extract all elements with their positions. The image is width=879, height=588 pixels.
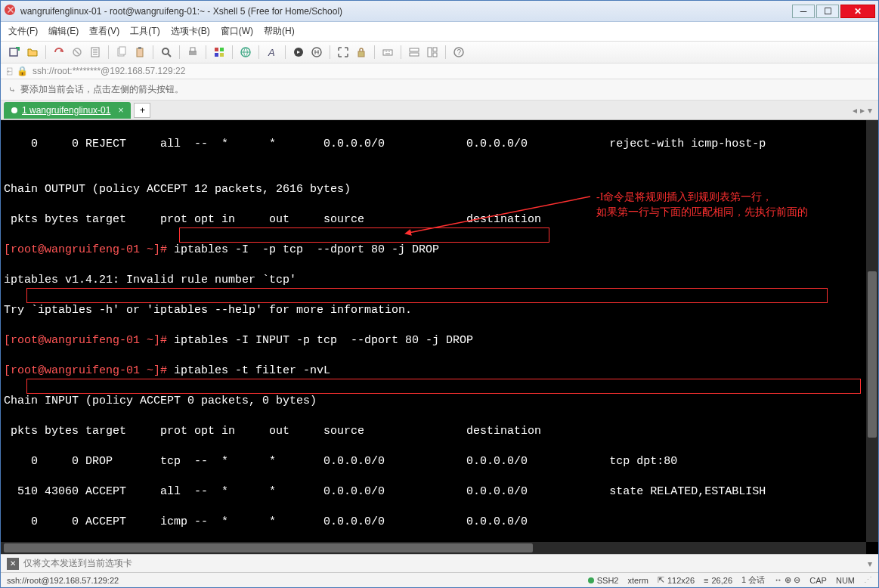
- fullscreen-icon[interactable]: [336, 45, 351, 60]
- term-line: [root@wangruifeng-01 ~]# iptables -I INP…: [4, 333, 875, 348]
- find-icon[interactable]: [159, 45, 174, 60]
- maximize-button[interactable]: ☐: [816, 5, 839, 18]
- menu-tools[interactable]: 工具(T): [130, 25, 159, 38]
- term-line: iptables v1.4.21: Invalid rule number `t…: [4, 273, 875, 288]
- hint-text: 要添加当前会话，点击左侧的箭头按钮。: [20, 83, 184, 96]
- term-line: 0 0 ACCEPT icmp -- * * 0.0.0.0/0 0.0.0.0…: [4, 515, 875, 530]
- statusbar: ssh://root@192.168.57.129:22 SSH2 xterm …: [1, 572, 878, 587]
- tab-list-icon[interactable]: ▾: [868, 105, 872, 116]
- scrollbar-horizontal[interactable]: [1, 542, 866, 554]
- titlebar[interactable]: wangruifenglinux-01 - root@wangruifeng-0…: [1, 1, 878, 22]
- term-line: 0 0 REJECT all -- * * 0.0.0.0/0 0.0.0.0/…: [4, 137, 875, 152]
- highlight-box-rule1: [26, 288, 828, 303]
- status-term: xterm: [627, 576, 648, 585]
- open-icon[interactable]: [25, 45, 40, 60]
- svg-rect-18: [358, 51, 364, 57]
- new-session-icon[interactable]: [7, 45, 22, 60]
- svg-rect-4: [119, 47, 125, 54]
- menu-tab[interactable]: 选项卡(B): [171, 25, 210, 38]
- menu-view[interactable]: 查看(V): [89, 25, 119, 38]
- status-num: NUM: [836, 576, 855, 585]
- tab-label: 1 wangruifenglinux-01: [22, 105, 110, 116]
- hint-arrow-icon[interactable]: ⤷: [8, 85, 16, 95]
- disconnect-icon[interactable]: [70, 45, 85, 60]
- svg-rect-19: [383, 50, 392, 55]
- annotation-line1: -I命令是将规则插入到规则表第一行，: [596, 190, 772, 205]
- svg-rect-11: [220, 48, 224, 51]
- paste-icon[interactable]: [132, 45, 147, 60]
- menu-window[interactable]: 窗口(W): [221, 25, 253, 38]
- print-icon[interactable]: [185, 45, 200, 60]
- tab-status-icon: [11, 107, 17, 113]
- bottombar-text: 仅将文本发送到当前选项卡: [23, 557, 132, 570]
- svg-rect-23: [433, 48, 437, 51]
- copy-icon[interactable]: [114, 45, 129, 60]
- svg-rect-22: [428, 48, 432, 57]
- session-tab[interactable]: 1 wangruifenglinux-01 ×: [4, 102, 131, 119]
- term-line: 0 0 DROP tcp -- * * 0.0.0.0/0 0.0.0.0/0 …: [4, 454, 875, 469]
- svg-point-7: [162, 48, 169, 54]
- bottombar-dropdown-icon[interactable]: ▾: [868, 559, 872, 569]
- svg-rect-20: [410, 48, 419, 51]
- term-line: Chain INPUT (policy ACCEPT 0 packets, 0 …: [4, 394, 875, 409]
- svg-line-27: [409, 197, 590, 233]
- term-line: [root@wangruifeng-01 ~]# iptables -t fil…: [4, 364, 875, 379]
- lock-icon[interactable]: [354, 45, 369, 60]
- address-text[interactable]: ssh://root:********@192.168.57.129:22: [32, 66, 185, 76]
- transfer-icon[interactable]: [309, 45, 324, 60]
- toolbar: A ?: [1, 42, 878, 63]
- bottombar: ✕ 仅将文本发送到当前选项卡 ▾: [1, 554, 878, 572]
- reconnect-icon[interactable]: [51, 45, 67, 60]
- keyboard-icon[interactable]: [380, 45, 395, 60]
- menu-edit[interactable]: 编辑(E): [48, 25, 79, 38]
- svg-rect-6: [138, 47, 141, 49]
- svg-rect-21: [410, 53, 419, 56]
- menu-file[interactable]: 文件(F): [8, 25, 38, 38]
- status-size: 112x26: [667, 576, 695, 585]
- addressbar: ⍇ 🔒 ssh://root:********@192.168.57.129:2…: [1, 63, 878, 79]
- close-panel-icon[interactable]: ✕: [7, 558, 19, 570]
- status-ssh: SSH2: [597, 576, 619, 585]
- term-line: [root@wangruifeng-01 ~]# iptables -I -p …: [4, 243, 875, 258]
- help-icon[interactable]: ?: [451, 45, 466, 60]
- close-button[interactable]: ✕: [840, 5, 875, 18]
- status-caps: CAP: [809, 576, 827, 585]
- addressbar-add-icon[interactable]: ⍇: [7, 66, 12, 76]
- status-pos: 26,26: [711, 576, 732, 585]
- highlight-box-rule2: [26, 379, 861, 394]
- status-led-icon: [588, 577, 594, 583]
- svg-text:?: ?: [457, 48, 462, 57]
- tab-close-icon[interactable]: ×: [118, 105, 123, 116]
- terminal[interactable]: 0 0 REJECT all -- * * 0.0.0.0/0 0.0.0.0/…: [1, 120, 878, 554]
- scroll-thumb[interactable]: [868, 271, 877, 438]
- color-scheme-icon[interactable]: [212, 45, 227, 60]
- resize-grip-icon[interactable]: ⋰: [864, 575, 872, 585]
- hintbar: ⤷ 要添加当前会话，点击左侧的箭头按钮。: [1, 79, 878, 101]
- menu-help[interactable]: 帮助(H): [264, 25, 295, 38]
- status-address: ssh://root@192.168.57.129:22: [7, 576, 579, 585]
- status-sessions: 1 会话: [741, 574, 765, 586]
- svg-rect-10: [215, 48, 218, 51]
- tab-prev-icon[interactable]: ◂: [853, 105, 857, 116]
- properties-icon[interactable]: [88, 45, 103, 60]
- term-line: pkts bytes target prot opt in out source…: [4, 424, 875, 439]
- svg-rect-13: [220, 53, 224, 57]
- svg-rect-9: [190, 48, 195, 51]
- script-icon[interactable]: [291, 45, 306, 60]
- tab-next-icon[interactable]: ▸: [860, 105, 865, 116]
- new-tab-button[interactable]: +: [134, 103, 150, 118]
- term-line: 510 43060 ACCEPT all -- * * 0.0.0.0/0 0.…: [4, 484, 875, 500]
- window-title: wangruifenglinux-01 - root@wangruifeng-0…: [20, 6, 791, 17]
- sessions-icon[interactable]: [407, 45, 422, 60]
- layout-icon[interactable]: [425, 45, 440, 60]
- svg-rect-12: [215, 53, 218, 57]
- term-line: Try `iptables -h' or 'iptables --help' f…: [4, 303, 875, 318]
- encoding-icon[interactable]: [238, 45, 253, 60]
- app-icon: [4, 4, 16, 18]
- font-icon[interactable]: A: [265, 45, 280, 60]
- scroll-thumb[interactable]: [4, 543, 533, 552]
- tabbar: 1 wangruifenglinux-01 × + ◂ ▸ ▾: [1, 101, 878, 120]
- scrollbar-vertical[interactable]: [866, 120, 878, 542]
- minimize-button[interactable]: ─: [792, 5, 815, 18]
- menubar: 文件(F) 编辑(E) 查看(V) 工具(T) 选项卡(B) 窗口(W) 帮助(…: [1, 22, 878, 42]
